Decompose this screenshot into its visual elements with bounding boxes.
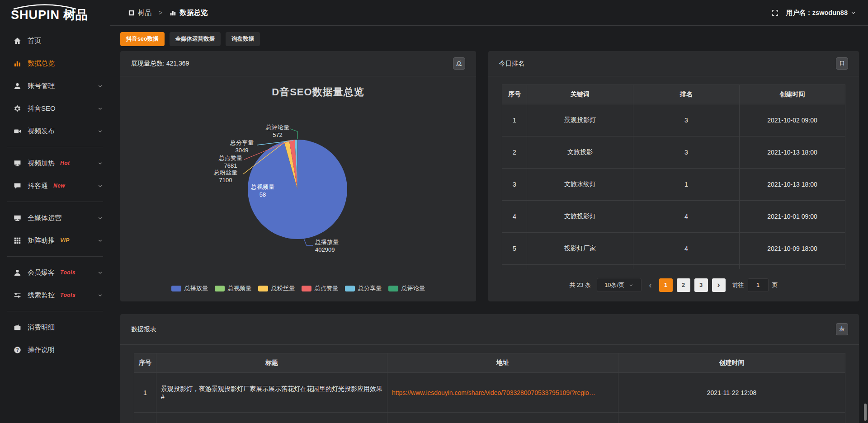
sidebar-item-label: 视频加热 [28,159,55,168]
pie-label-总视频量: 总视频量58 [251,183,274,198]
sidebar-item-sliders[interactable]: 线索监控Tools [0,284,110,306]
app-root: SHUPIN 树品 首页数据总览账号管理抖音SEO视频发布视频加热Hot抖客通N… [0,0,868,423]
tab-2[interactable]: 询盘数据 [226,32,260,46]
sidebar-item-chat[interactable]: 抖客通New [0,174,110,197]
gear-icon [14,105,21,113]
legend-label: 总点赞量 [315,284,338,292]
table-view-button[interactable]: 表 [836,323,848,335]
table-cell: 2021-10-13 18:00 [740,136,845,169]
legend-label: 总粉丝量 [271,284,295,292]
page-button-2[interactable]: 2 [677,278,690,292]
chevron-down-icon [97,106,103,112]
sidebar-item-label: 操作说明 [28,346,55,354]
main-area: 树品 > 数据总览 用户名：zswodun88 抖音seo数据全媒体运营数据询盘… [110,0,868,423]
page-button-3[interactable]: 3 [694,278,708,292]
sidebar: SHUPIN 树品 首页数据总览账号管理抖音SEO视频发布视频加热Hot抖客通N… [0,0,110,423]
sidebar-item-label: 线索监控 [28,291,55,300]
table-cell: 4 [633,233,740,265]
sidebar-item-video[interactable]: 视频发布 [0,120,110,142]
legend-label: 总评论量 [401,284,425,292]
user-menu[interactable]: 用户名：zswodun88 [786,9,856,17]
table-cell: 2021-10-09 18:00 [740,233,845,265]
sidebar-item-question[interactable]: ?操作说明 [0,338,110,361]
table-row[interactable]: 1景观投影灯，夜游景观投影灯厂家展示展示落花灯在花园里的灯光投影应用效果 #ht… [134,373,845,413]
table-cell: 5 [502,233,527,265]
report-cell-time: 2021-11-22 12:08 [618,373,845,413]
sidebar-item-user[interactable]: 账号管理 [0,75,110,97]
video-link[interactable]: https://www.iesdouyin.com/share/video/70… [392,389,595,396]
scrollbar-thumb[interactable] [864,404,867,421]
legend-item-总评论量[interactable]: 总评论量 [388,284,425,292]
pagination: 共 23 条10条/页‹123›前往页 [488,269,859,302]
logo-arc [12,4,78,9]
report-table: 序号标题地址创建时间 1景观投影灯，夜游景观投影灯厂家展示展示落花灯在花园里的灯… [134,353,845,423]
day-view-button[interactable]: 日 [836,57,848,70]
report-card-header: 数据报表 表 [120,314,859,345]
table-row[interactable]: 2文旅投影32021-10-13 18:00 [502,136,845,169]
report-card-title: 数据报表 [131,325,156,334]
tab-1[interactable]: 全媒体运营数据 [170,32,221,46]
logo: SHUPIN 树品 [0,0,110,26]
logo-text: SHUPIN [11,9,60,21]
legend-swatch [215,286,225,291]
rank-card-header: 今日排名 日 [488,51,859,76]
sidebar-item-home[interactable]: 首页 [0,29,110,52]
legend-swatch [171,286,181,291]
breadcrumb-home[interactable]: 树品 [138,9,151,17]
chart-card-header: 展现量总数: 421,369 总 [120,51,476,76]
legend-item-总播放量[interactable]: 总播放量 [171,284,208,292]
sidebar-item-wallet[interactable]: 消费明细 [0,316,110,338]
sidebar-item-screen-play[interactable]: 视频加热Hot [0,152,110,174]
sidebar-item-monitor[interactable]: 全媒体运营 [0,207,110,229]
total-view-button[interactable]: 总 [453,57,465,70]
fullscreen-icon[interactable] [771,9,779,17]
video-icon [14,127,21,135]
report-cell-title: 景观投影灯，夜游景观投影灯厂家展示展示落花灯在花园里的灯光投影应用效果 # [156,373,387,413]
wallet-icon [14,324,21,331]
sidebar-item-label: 首页 [28,37,41,45]
pie-label-总评论量: 总评论量572 [266,123,289,139]
legend-item-总视频量[interactable]: 总视频量 [215,284,251,292]
pie-chart: D音SEO数据量总览 总播放量402909总视频量58总粉丝量7100总点赞量7… [120,76,476,301]
legend-item-总点赞量[interactable]: 总点赞量 [302,284,338,292]
table-cell: 2 [502,136,527,169]
tab-0[interactable]: 抖音seo数据 [120,32,165,46]
table-row[interactable]: 3文旅水纹灯12021-10-13 18:00 [502,169,845,201]
monitor-icon [14,214,21,222]
table-cell: 投影灯厂家 [527,233,633,265]
sidebar-item-grid[interactable]: 矩阵助推VIP [0,229,110,252]
sidebar-item-person[interactable]: 会员爆客Tools [0,261,110,284]
table-row[interactable]: 5投影灯厂家42021-10-09 18:00 [502,233,845,265]
sidebar-badge: VIP [60,237,70,244]
next-page-button[interactable]: › [712,278,726,292]
pie-label-value: 58 [251,191,274,198]
sidebar-item-label: 消费明细 [28,323,55,332]
table-cell: 3 [502,169,527,201]
pie-label-value: 3049 [230,146,254,154]
legend-item-总分享量[interactable]: 总分享量 [345,284,382,292]
page-size-select[interactable]: 10条/页 [597,278,642,292]
prev-page-button[interactable]: ‹ [646,281,655,289]
sidebar-divider [7,256,103,257]
rank-card-title: 今日排名 [499,60,524,68]
sidebar-nav: 首页数据总览账号管理抖音SEO视频发布视频加热Hot抖客通New全媒体运营矩阵助… [0,26,110,361]
page-button-1[interactable]: 1 [659,278,673,292]
sidebar-divider [7,202,103,202]
table-cell: 4 [502,201,527,233]
chevron-down-icon [97,128,103,134]
data-tabs: 抖音seo数据全媒体运营数据询盘数据 [120,32,859,46]
pie-label-value: 572 [266,131,289,139]
pie-label-总点赞量: 总点赞量7681 [219,154,242,169]
sidebar-item-chart-bar[interactable]: 数据总览 [0,52,110,75]
table-row[interactable]: 4文旅投影灯42021-10-01 09:00 [502,201,845,233]
content: 抖音seo数据全媒体运营数据询盘数据 展现量总数: 421,369 总 D音SE… [110,26,868,423]
sidebar-item-gear[interactable]: 抖音SEO [0,97,110,120]
legend-item-总粉丝量[interactable]: 总粉丝量 [258,284,295,292]
report-column-header: 创建时间 [618,353,845,373]
svg-text:?: ? [16,348,19,352]
report-column-header: 地址 [387,353,618,373]
table-row[interactable]: 1景观投影灯32021-10-02 09:00 [502,104,845,136]
sidebar-item-label: 账号管理 [28,82,55,90]
table-cell: 1 [633,169,740,201]
goto-page-input[interactable] [748,278,769,292]
